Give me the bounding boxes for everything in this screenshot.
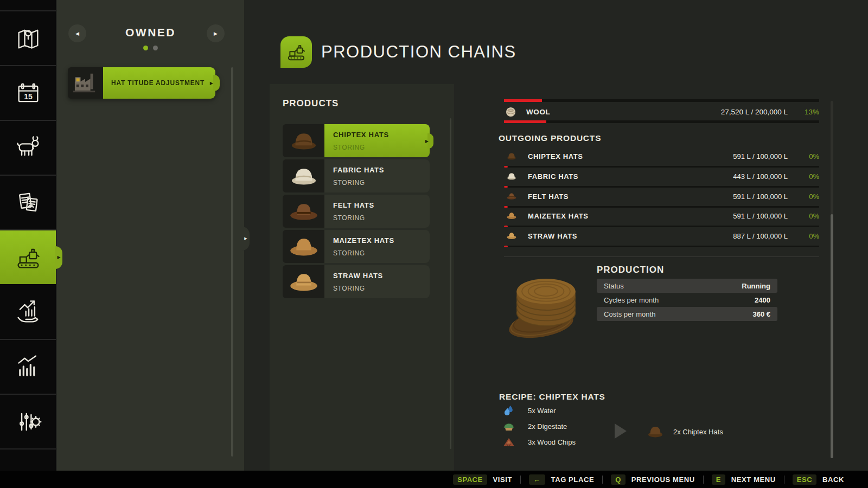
production-chains-icon [280,36,312,68]
product-status: STORING [333,285,430,292]
product-item-felt-hats[interactable]: FELT HATS STORING [283,195,430,228]
outgoing-fill-bar [504,246,819,247]
owned-prev-button[interactable]: ◀ [68,24,86,42]
hint-divider [520,476,521,484]
water-icon [503,405,515,416]
e-key[interactable]: E [712,474,725,485]
sidebar-item-contracts[interactable] [0,176,56,230]
products-scrollbar[interactable] [450,118,451,449]
finances-icon [14,298,42,326]
product-status: STORING [333,214,430,222]
digestate-icon [503,421,515,432]
outgoing-fill [504,186,508,188]
sidebar-item-animals[interactable] [0,121,56,176]
recipe-input-wood-chips: 3x Wood Chips [503,435,576,448]
product-item-straw-hats[interactable]: STRAW HATS STORING [283,265,430,298]
documents-icon [14,189,42,217]
outgoing-value: 591 L / 100,000 L [733,152,788,160]
recipe-input-label: 2x Digestate [528,422,567,431]
outgoing-name: CHIPTEX HATS [528,152,583,160]
product-selected-arrow-icon: ▶ [425,138,429,143]
outgoing-fill [504,166,508,168]
product-label: STRAW HATS STORING [324,265,430,298]
product-image [283,195,324,228]
production-icon [14,243,42,272]
hint-label: NEXT MENU [731,476,776,484]
input-fill-percent: 13% [788,108,819,116]
outgoing-row-chiptex: CHIPTEX HATS 591 L / 100,000 L 0% [504,148,819,168]
space-key[interactable]: SPACE [453,474,487,485]
outgoing-fill [504,226,508,227]
sidebar-item-settings[interactable] [0,395,56,450]
sidebar-item-calendar[interactable]: 15 [0,66,56,121]
product-image [283,124,324,157]
products-panel: PRODUCTS CHIPTEX HATS STORING ▶ [270,84,454,471]
map-icon [14,24,42,53]
page-header: PRODUCTION CHAINS [280,36,516,68]
table-row-status: Status Running [597,279,777,293]
hint-previous-menu[interactable]: Q PREVIOUS MENU [611,474,695,485]
product-item-maizetex-hats[interactable]: MAIZETEX HATS STORING [283,230,430,263]
product-item-fabric-hats[interactable]: FABRIC HATS STORING [283,159,430,192]
outgoing-percent: 0% [788,152,819,160]
product-label: FABRIC HATS STORING [324,159,430,192]
details-scrollbar-thumb[interactable] [831,214,833,458]
q-key[interactable]: Q [611,474,626,485]
tab-key-icon[interactable]: ← [529,474,545,485]
prev-arrow-icon: ◀ [75,31,79,36]
key-hints-bar: SPACE VISIT ← TAG PLACE Q PREVIOUS MENU … [0,471,868,488]
product-image [283,159,324,192]
owned-panel-scrollbar[interactable] [231,67,233,457]
recipe-input-water: 5x Water [503,404,556,417]
row-value: 360 € [752,310,770,318]
outgoing-percent: 0% [788,212,819,220]
straw-hat-icon [289,270,319,294]
section-divider [504,256,819,257]
sidebar-item-finances[interactable] [0,285,56,340]
chiptex-hat-icon [647,425,663,439]
hint-tag-place[interactable]: ← TAG PLACE [529,474,594,485]
outgoing-fill-bar [504,166,819,168]
sidebar-item-production[interactable]: ▶ [0,230,56,285]
hint-next-menu[interactable]: E NEXT MENU [712,474,776,485]
outgoing-value: 591 L / 100,000 L [733,192,788,201]
product-status: STORING [333,249,430,257]
maizetex-hat-icon [507,211,516,220]
outgoing-name: MAIZETEX HATS [528,212,589,220]
wool-icon [506,107,516,117]
sidebar-item-map[interactable] [0,11,56,66]
felt-hat-icon [289,200,319,223]
wood-chips-icon [503,436,515,447]
recipe-output-label: 2x Chiptex Hats [673,428,723,436]
outgoing-value: 591 L / 100,000 L [733,212,788,220]
production-chains-screen: 15 [0,0,868,488]
next-arrow-icon: ▶ [214,31,218,36]
hint-back[interactable]: ESC BACK [793,474,844,485]
page-dot-active [143,46,148,50]
owned-next-button[interactable]: ▶ [207,24,225,42]
selected-product-large-image [499,264,593,343]
outgoing-percent: 0% [788,232,819,240]
row-value: Running [742,282,770,290]
felt-hat-icon [507,192,516,201]
settings-sliders-icon [14,408,42,436]
row-label: Cycles per month [604,296,659,304]
page-title: PRODUCTION CHAINS [321,42,516,62]
product-name: FABRIC HATS [333,166,430,174]
hint-label: TAG PLACE [551,476,595,484]
product-item-chiptex-hats[interactable]: CHIPTEX HATS STORING ▶ [283,124,430,157]
input-fill-bar-top [504,99,819,102]
conveyor-icon [285,41,307,63]
esc-key[interactable]: ESC [793,474,816,485]
row-label: Costs per month [604,310,655,318]
row-value: 2400 [755,296,770,304]
hint-visit[interactable]: SPACE VISIT [453,474,512,485]
sidebar-item-statistics[interactable] [0,340,56,395]
product-name: FELT HATS [333,201,430,209]
outgoing-row-felt: FELT HATS 591 L / 100,000 L 0% [504,188,819,208]
page-dot [153,46,158,50]
table-row-cycles: Cycles per month 2400 [597,293,777,307]
facility-list-item[interactable]: HAT TITUDE ADJUSTMENT ▶ [68,67,215,99]
selected-product-details: WOOL 27,520 L / 200,000 L 13% OUTGOING P… [499,0,819,471]
outgoing-fill-bar [504,186,819,188]
